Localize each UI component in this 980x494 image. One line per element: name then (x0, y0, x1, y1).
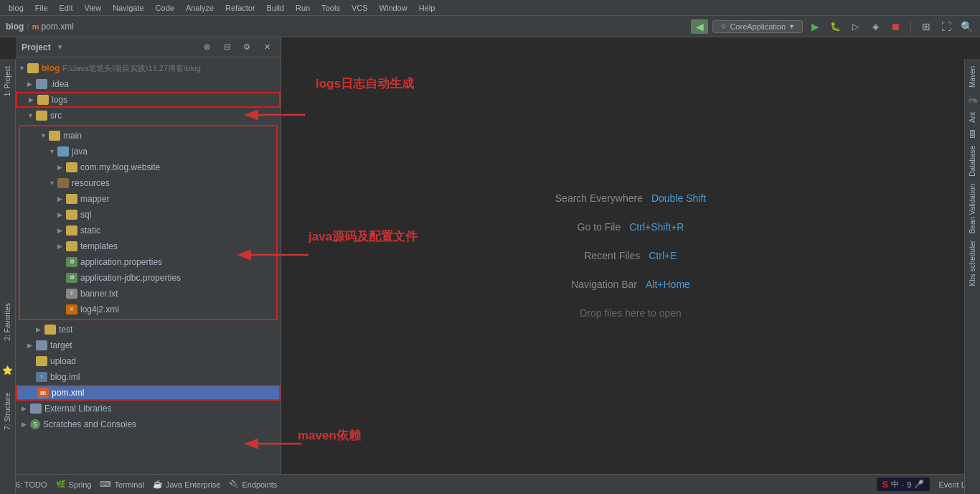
settings-icon[interactable]: ⚙ (239, 39, 255, 55)
tree-item-idea[interactable]: ▶ .idea (16, 76, 281, 92)
scratches-icon: S (30, 419, 40, 429)
close-icon[interactable]: ✕ (259, 39, 275, 55)
folder-icon (66, 241, 77, 251)
menu-edit[interactable]: Edit (54, 2, 79, 14)
tree-item-com[interactable]: ▶ com.my.blog.website (20, 159, 276, 175)
menu-analyze[interactable]: Analyze (180, 2, 220, 14)
tree-label-blog-iml: blog.iml (50, 372, 80, 382)
src-contents-box: ▼ main ▼ java ▶ com.my.blog.website (19, 125, 278, 320)
expand-arrow: ▶ (27, 342, 36, 349)
back-button[interactable]: ◀ (691, 19, 708, 34)
tree-item-logs[interactable]: ▶ logs (16, 92, 281, 108)
panel-dropdown[interactable]: ▼ (57, 43, 64, 51)
tree-item-scratches[interactable]: ▶ S Scratches and Consoles (16, 416, 281, 432)
menu-blog[interactable]: blog (3, 2, 29, 14)
folder-icon (49, 131, 60, 141)
tree-item-blog-iml[interactable]: ▶ I blog.iml (16, 369, 281, 385)
favorites-star[interactable]: ⭐ (2, 365, 13, 376)
expand-arrow: ▶ (29, 96, 37, 103)
run-with-coverage[interactable]: ▷ (847, 19, 863, 34)
tree-item-banner[interactable]: ▶ T banner.txt (20, 286, 276, 302)
locate-icon[interactable]: ⊕ (199, 39, 215, 55)
tree-item-templates[interactable]: ▶ templates (20, 238, 276, 254)
layout-button[interactable]: ⊞ (918, 19, 934, 34)
breadcrumb: blog / mpom.xml (6, 22, 74, 32)
drop-files: Drop files here to open (580, 307, 682, 319)
folder-icon (27, 63, 39, 73)
terminal-label: Terminal (114, 480, 144, 489)
java-ee-label: Java Enterprise (166, 480, 220, 489)
tree-item-sql[interactable]: ▶ sql (20, 207, 276, 223)
run-config-selector[interactable]: ⚙ CoreApplication ▼ (712, 20, 803, 33)
expand-arrow: ▼ (27, 112, 36, 119)
tree-item-main[interactable]: ▼ main (20, 128, 276, 144)
tree-item-ext-libs[interactable]: ▶ External Libraries (16, 401, 281, 416)
expand-arrow: ▶ (22, 421, 30, 428)
shortcut-label: Navigation Bar (571, 279, 637, 290)
tree-item-resources[interactable]: ▼ resources (20, 175, 276, 191)
menu-tools[interactable]: Tools (316, 2, 346, 14)
tree-label-scratches: Scratches and Consoles (43, 419, 136, 429)
menu-vcs[interactable]: VCS (346, 2, 374, 14)
bottom-right-status: S 中 · 9 🎤 (877, 477, 930, 491)
tree-item-static[interactable]: ▶ static (20, 223, 276, 238)
search-button[interactable]: 🔍 (958, 19, 974, 34)
kbs-tab[interactable]: Kbs scheduler (967, 238, 978, 289)
tree-item-mapper[interactable]: ▶ mapper (20, 191, 276, 207)
bean-validation-tab[interactable]: Bean Validation (967, 181, 978, 236)
menu-build[interactable]: Build (261, 2, 290, 14)
menu-navigate[interactable]: Navigate (107, 2, 149, 14)
folder-icon (36, 111, 47, 121)
prop-icon: ⚙ (66, 257, 77, 267)
divider (910, 21, 911, 32)
prop-icon: ⚙ (66, 273, 77, 283)
menu-window[interactable]: Window (374, 2, 413, 14)
shortcut-key: Ctrl+Shift+R (629, 221, 684, 233)
profile-button[interactable]: ◈ (867, 19, 883, 34)
tree-path: F:\Java笔笔头\项目实践\11.27博客\blog (62, 63, 201, 74)
panel-header: Project ▼ ⊕ ⊟ ⚙ ✕ (16, 37, 281, 57)
sidebar-item-project[interactable]: 1: Project (2, 63, 13, 99)
main-layout: 1: Project 2: Favorites ⭐ 7: Structure P… (0, 37, 980, 474)
expand-arrow: ▶ (57, 164, 66, 171)
menu-code[interactable]: Code (150, 2, 180, 14)
menu-view[interactable]: View (79, 2, 108, 14)
tree-item-test[interactable]: ▶ test (16, 322, 281, 337)
debug-button[interactable]: 🐛 (827, 19, 843, 34)
tree-item-upload[interactable]: ▶ upload (16, 353, 281, 369)
db-icon[interactable]: 🗄 (969, 130, 976, 139)
expand-arrow: ▶ (57, 227, 66, 234)
xml-icon: X (66, 304, 77, 314)
menu-help[interactable]: Help (413, 2, 441, 14)
tree-item-app-prop[interactable]: ▶ ⚙ application.properties (20, 254, 276, 270)
database-tab[interactable]: Database (967, 143, 978, 180)
tree-item-log4j2[interactable]: ▶ X log4j2.xml (20, 302, 276, 317)
folder-icon (66, 194, 77, 204)
bottom-spring[interactable]: 🌿 Spring (56, 480, 92, 489)
tree-item-pom-xml[interactable]: ▶ m pom.xml (16, 385, 281, 401)
fullscreen-button[interactable]: ⛶ (938, 19, 954, 34)
tree-item-blog-root[interactable]: ▼ blog F:\Java笔笔头\项目实践\11.27博客\blog (16, 60, 281, 76)
tree-item-app-jdbc[interactable]: ▶ ⚙ application-jdbc.properties (20, 270, 276, 286)
collapse-icon[interactable]: ⊟ (219, 39, 235, 55)
folder-icon (36, 356, 47, 366)
sidebar-item-favorites[interactable]: 2: Favorites (2, 300, 13, 343)
menu-run[interactable]: Run (290, 2, 316, 14)
bottom-endpoints[interactable]: 🔌 Endpoints (229, 480, 277, 489)
bottom-terminal[interactable]: ⌨ Terminal (100, 480, 144, 489)
ant-tab[interactable]: Ant (967, 109, 978, 126)
expand-arrow: ▶ (57, 243, 66, 250)
tree-item-java[interactable]: ▼ java (20, 144, 276, 159)
maven-tab[interactable]: Maven (967, 63, 978, 90)
sidebar-item-structure[interactable]: 7: Structure (2, 390, 13, 433)
bottom-java-enterprise[interactable]: ☕ Java Enterprise (153, 480, 220, 489)
run-button[interactable]: ▶ (807, 19, 823, 34)
menu-bar: blog File Edit View Navigate Code Analyz… (0, 0, 980, 16)
menu-file[interactable]: File (29, 2, 54, 14)
tree-item-target[interactable]: ▶ target (16, 337, 281, 353)
tree-item-src[interactable]: ▼ src (16, 108, 281, 124)
ant-icon[interactable]: 🐜 (967, 95, 978, 105)
maven-icon: m (37, 388, 49, 398)
menu-refactor[interactable]: Refactor (220, 2, 261, 14)
stop-button[interactable]: ⏹ (887, 19, 903, 34)
